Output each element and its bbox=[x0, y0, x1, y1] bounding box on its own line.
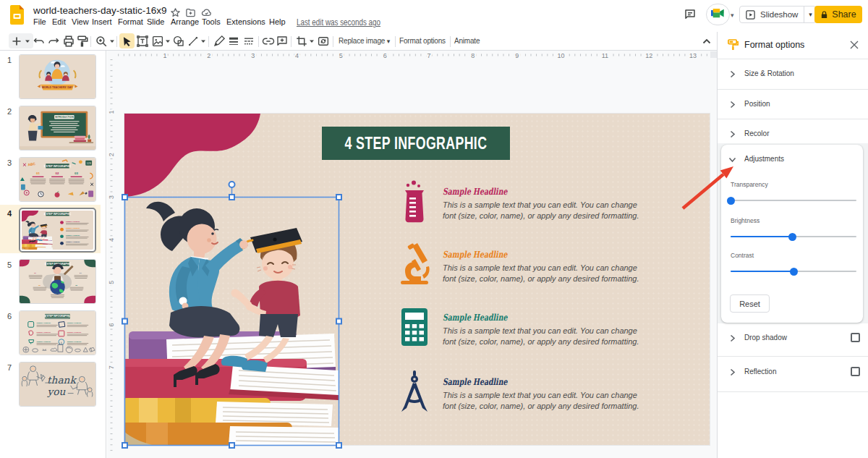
svg-text:Sample Headline: Sample Headline bbox=[66, 221, 80, 222]
contrast-slider-thumb[interactable] bbox=[790, 268, 798, 276]
menu-insert[interactable]: Insert bbox=[92, 16, 112, 27]
crop-icon[interactable] bbox=[295, 35, 308, 48]
slide-title-banner[interactable]: 4 STEP INFOGRAPHIC bbox=[322, 127, 510, 160]
add-comment-icon[interactable] bbox=[276, 35, 289, 48]
section-adjustments[interactable]: Adjustments bbox=[721, 145, 863, 174]
border-weight-icon[interactable] bbox=[227, 35, 240, 48]
menu-format[interactable]: Format bbox=[118, 16, 143, 27]
thumbnail-slide-6[interactable]: 6 STEP INFOGRAPHIC Sample HeadlineSample… bbox=[19, 310, 96, 355]
brightness-slider-fill bbox=[731, 236, 792, 237]
google-slides-logo[interactable] bbox=[10, 5, 24, 25]
menu-arrange[interactable]: Arrange bbox=[171, 16, 199, 27]
text-box-icon[interactable] bbox=[136, 35, 149, 48]
pen-tool-icon[interactable] bbox=[213, 35, 226, 48]
slide-item-1[interactable]: Sample Headline This is a sample text th… bbox=[398, 180, 702, 238]
chevron-right-icon bbox=[728, 368, 736, 376]
zoom-icon[interactable] bbox=[95, 35, 108, 48]
menu-tools[interactable]: Tools bbox=[202, 16, 221, 27]
teacher-student-illustration[interactable] bbox=[124, 197, 339, 445]
transparency-control: Transparency bbox=[731, 181, 856, 211]
insert-line-caret-icon[interactable] bbox=[200, 38, 206, 44]
thumbnail-slide-4-selected[interactable]: 4 STEP INFOGRAPHIC Sample Headline Sampl… bbox=[19, 208, 96, 253]
h-ruler-number: 11 bbox=[602, 52, 608, 59]
section-label: Reflection bbox=[744, 368, 776, 376]
slide-item-2[interactable]: Sample Headline This is a sample text th… bbox=[398, 243, 702, 301]
reflection-checkbox[interactable] bbox=[851, 367, 860, 376]
horizontal-ruler: 1 2 3 4 5 6 7 8 9 10 11 12 13 bbox=[107, 51, 717, 59]
menu-view[interactable]: View bbox=[72, 16, 89, 27]
meet-camera-icon bbox=[711, 9, 725, 20]
zoom-caret-icon[interactable] bbox=[109, 38, 115, 44]
last-edit-link[interactable]: Last edit was seconds ago bbox=[297, 17, 380, 27]
h-ruler-number: 9 bbox=[515, 52, 519, 59]
insert-image-caret-icon[interactable] bbox=[165, 38, 171, 44]
paint-format-icon[interactable] bbox=[76, 35, 89, 48]
thumbnail-slide-7[interactable]: thankyou bbox=[19, 362, 96, 407]
section-drop-shadow[interactable]: Drop shadow bbox=[718, 323, 868, 353]
undo-icon[interactable] bbox=[33, 35, 46, 48]
svg-text:Sample Headline: Sample Headline bbox=[66, 241, 80, 242]
slide-6-preview: 6 STEP INFOGRAPHIC Sample HeadlineSample… bbox=[20, 311, 95, 355]
section-reflection[interactable]: Reflection bbox=[718, 357, 868, 387]
animate-button[interactable]: Animate bbox=[454, 32, 480, 51]
thumbnail-slide-5[interactable]: 5 STEP INFOGRAPHIC 0104 0205 03 bbox=[19, 259, 96, 304]
slide-3-preview: 3 STEP INFOGRAPHIC 010203 ABC 123 bbox=[20, 158, 95, 201]
slideshow-main[interactable]: Slideshow bbox=[740, 7, 804, 22]
section-position[interactable]: Position bbox=[718, 90, 868, 119]
document-title[interactable]: world-teachers-day-static-16x9 bbox=[33, 5, 167, 16]
filmstrip: 1 WORLD TEACHERS' DAY 2 bbox=[0, 51, 106, 458]
menu-edit[interactable]: Edit bbox=[52, 16, 66, 27]
item-2-body: This is a sample text that you can edit.… bbox=[443, 263, 639, 284]
collapse-toolbar-icon[interactable] bbox=[702, 36, 712, 46]
new-slide-plus-icon[interactable] bbox=[10, 35, 23, 48]
thumbnail-slide-2[interactable]: INTRODUCTION bbox=[19, 106, 96, 150]
svg-text:01: 01 bbox=[36, 171, 40, 175]
transparency-label: Transparency bbox=[731, 181, 768, 188]
panel-divider bbox=[718, 391, 868, 392]
comments-icon[interactable] bbox=[684, 8, 697, 21]
menu-slide[interactable]: Slide bbox=[147, 16, 164, 27]
slide-7-preview: thankyou bbox=[20, 362, 95, 406]
slideshow-label: Slideshow bbox=[760, 10, 798, 19]
menu-help[interactable]: Help bbox=[269, 16, 286, 27]
replace-image-button[interactable]: Replace image ▾ bbox=[339, 32, 390, 51]
insert-link-icon[interactable] bbox=[262, 35, 275, 48]
menu-file[interactable]: File bbox=[33, 16, 46, 27]
close-panel-icon[interactable] bbox=[850, 41, 859, 49]
brightness-slider-thumb[interactable] bbox=[788, 233, 796, 241]
menu-extensions[interactable]: Extensions bbox=[226, 16, 265, 27]
share-button[interactable]: Share bbox=[814, 6, 862, 23]
meet-button[interactable]: ▾ bbox=[706, 4, 739, 25]
format-options-button[interactable]: Format options bbox=[399, 32, 446, 51]
current-slide[interactable]: 4 STEP INFOGRAPHIC Sample Headline This … bbox=[124, 114, 710, 445]
reset-button[interactable]: Reset bbox=[730, 294, 770, 313]
transparency-slider-thumb[interactable] bbox=[727, 197, 735, 205]
section-size-rotation[interactable]: Size & Rotation bbox=[718, 59, 868, 89]
slide-5-preview: 5 STEP INFOGRAPHIC 0104 0205 03 bbox=[20, 260, 95, 303]
print-icon[interactable] bbox=[62, 35, 75, 48]
chevron-right-icon bbox=[728, 334, 736, 342]
insert-line-icon[interactable] bbox=[187, 35, 200, 48]
drop-shadow-checkbox[interactable] bbox=[851, 333, 860, 342]
v-ruler-number: 2 bbox=[108, 153, 115, 156]
slideshow-button[interactable]: Slideshow ▾ bbox=[739, 6, 817, 23]
select-cursor-icon[interactable] bbox=[121, 35, 134, 48]
section-label: Drop shadow bbox=[744, 334, 787, 342]
transparency-slider-track[interactable] bbox=[731, 200, 856, 201]
slide-item-4[interactable]: Sample Headline This is a sample text th… bbox=[398, 370, 702, 428]
thumbnail-slide-3[interactable]: 3 STEP INFOGRAPHIC 010203 ABC 123 bbox=[19, 157, 96, 202]
slide-4-preview: 4 STEP INFOGRAPHIC Sample Headline Sampl… bbox=[22, 211, 93, 250]
thumbnail-slide-1[interactable]: WORLD TEACHERS' DAY bbox=[19, 54, 96, 99]
section-label: Position bbox=[744, 100, 770, 108]
redo-icon[interactable] bbox=[47, 35, 60, 48]
insert-shape-icon[interactable] bbox=[172, 35, 185, 48]
crop-caret-icon[interactable] bbox=[309, 38, 315, 44]
slide-item-3[interactable]: Sample Headline This is a sample text th… bbox=[398, 306, 702, 364]
new-slide-caret-icon[interactable] bbox=[25, 38, 30, 44]
svg-text:Sample Headline: Sample Headline bbox=[67, 341, 82, 343]
insert-image-icon[interactable] bbox=[151, 35, 164, 48]
mask-image-icon[interactable] bbox=[317, 35, 330, 48]
border-dash-icon[interactable] bbox=[242, 35, 255, 48]
h-ruler-number: 8 bbox=[471, 52, 475, 59]
thumb-banner-label: 3 STEP INFOGRAPHIC bbox=[44, 165, 72, 168]
